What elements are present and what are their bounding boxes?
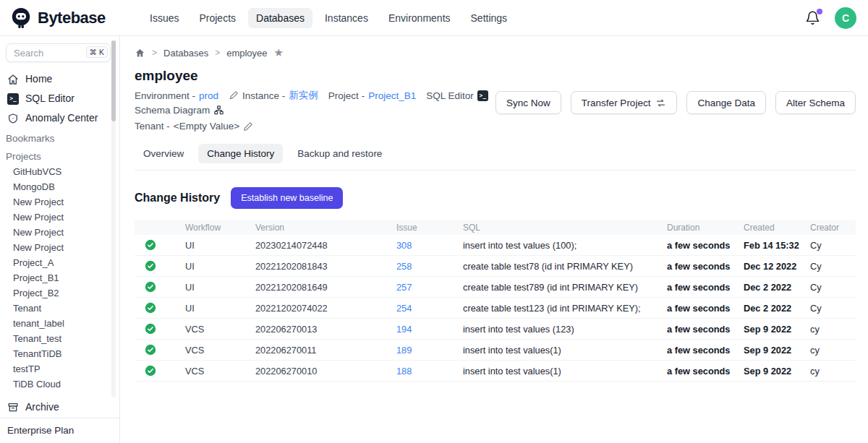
created-cell: Dec 12 2022 <box>744 261 810 272</box>
sidebar-scrollbar-thumb[interactable] <box>111 40 116 121</box>
issue-link[interactable]: 257 <box>396 282 412 293</box>
sql-cell: create table test789 (id int PRIMARY KEY… <box>463 282 667 293</box>
sidebar-project-list: GitHubVCS MongoDB New Project New Projec… <box>0 164 119 392</box>
workflow-cell: UI <box>185 282 255 293</box>
main-nav: Issues Projects Databases Instances Envi… <box>142 8 515 28</box>
transfer-arrows-icon <box>655 98 666 108</box>
creator-cell: cy <box>810 345 856 356</box>
project-link[interactable]: Project_B1 <box>368 90 416 101</box>
change-history-row[interactable]: UI 20221202081649 257 create table test7… <box>135 277 856 298</box>
database-meta: Environment - prod Instance - 新实例 P <box>135 89 495 137</box>
sidebar-item-archive[interactable]: Archive <box>0 397 119 417</box>
sidebar-project-item[interactable]: GitHubVCS <box>0 164 119 179</box>
sidebar-project-item[interactable]: New Project <box>0 210 119 225</box>
column-header: Issue <box>396 223 463 233</box>
nav-item-instances[interactable]: Instances <box>317 8 376 28</box>
sidebar-item-home[interactable]: Home <box>0 69 119 89</box>
change-history-row[interactable]: VCS 202206270013 194 insert into test va… <box>135 319 856 340</box>
sql-cell: insert into test values(1) <box>463 366 667 377</box>
alter-schema-button[interactable]: Alter Schema <box>775 91 856 114</box>
sync-now-button[interactable]: Sync Now <box>495 91 561 114</box>
sidebar-project-item[interactable]: MongoDB <box>0 179 119 194</box>
sidebar-project-item[interactable]: Project_B1 <box>0 270 119 285</box>
column-header: Creator <box>810 223 856 233</box>
duration-cell: a few seconds <box>667 282 744 293</box>
environment-link[interactable]: prod <box>199 90 218 101</box>
tab-overview[interactable]: Overview <box>135 144 192 163</box>
nav-item-projects[interactable]: Projects <box>191 8 244 28</box>
change-data-button[interactable]: Change Data <box>686 91 766 114</box>
change-history-header: Change History Establish new baseline <box>135 187 856 209</box>
sidebar-project-item[interactable]: TiDB Cloud <box>0 377 119 392</box>
schema-diagram-icon[interactable] <box>213 105 224 116</box>
sidebar-project-item[interactable]: Project_B2 <box>0 285 119 301</box>
change-history-row[interactable]: VCS 202206270010 188 insert into test va… <box>135 361 856 382</box>
sql-cell: insert into test values (123) <box>463 324 667 335</box>
sidebar-project-item[interactable]: Tenant <box>0 301 119 316</box>
version-cell: 20221202081843 <box>255 261 396 272</box>
instance-link[interactable]: 新实例 <box>289 89 318 102</box>
nav-item-issues[interactable]: Issues <box>142 8 187 28</box>
issue-link[interactable]: 308 <box>396 240 412 251</box>
change-history-table: Workflow Version Issue SQL Duration Crea… <box>135 220 856 382</box>
sidebar-project-item[interactable]: tenant_label <box>0 316 119 331</box>
breadcrumb-home-icon[interactable] <box>135 48 145 59</box>
establish-baseline-button[interactable]: Establish new baseline <box>231 187 343 209</box>
sidebar-project-item[interactable]: testTP <box>0 361 119 377</box>
issue-link[interactable]: 188 <box>396 366 412 377</box>
sidebar-project-item[interactable]: Project_A <box>0 255 119 270</box>
engine-icon <box>229 90 239 100</box>
sidebar-project-item[interactable]: New Project <box>0 240 119 255</box>
change-history-row[interactable]: UI 20221202081843 258 create table test7… <box>135 256 856 277</box>
edit-pencil-icon[interactable] <box>243 121 253 132</box>
breadcrumb-employee[interactable]: employee <box>226 48 267 59</box>
sidebar-item-sql-editor[interactable]: >_ SQL Editor <box>0 89 119 108</box>
issue-link[interactable]: 189 <box>396 345 412 356</box>
notification-bell-icon[interactable] <box>805 10 820 26</box>
issue-link[interactable]: 194 <box>396 324 412 335</box>
brand-name: Bytebase <box>38 9 106 27</box>
workflow-cell: UI <box>185 303 255 314</box>
breadcrumb-databases[interactable]: Databases <box>163 48 208 59</box>
issue-link[interactable]: 254 <box>396 303 412 314</box>
user-avatar[interactable]: C <box>835 7 856 29</box>
brand-logo[interactable]: Bytebase <box>10 7 132 30</box>
issue-link[interactable]: 258 <box>396 261 412 272</box>
bookmark-star-icon[interactable]: ★ <box>274 48 284 58</box>
schema-diagram-label: Schema Diagram <box>135 105 210 116</box>
topbar-right: C <box>805 7 856 29</box>
nav-item-environments[interactable]: Environments <box>380 8 459 28</box>
creator-cell: Cy <box>810 240 856 251</box>
breadcrumb: > Databases > employee ★ <box>135 46 856 60</box>
plan-footer[interactable]: Enterprise Plan <box>0 418 119 443</box>
breadcrumb-separator: > <box>152 48 157 58</box>
change-history-row[interactable]: UI 20221202074022 254 create table test1… <box>135 298 856 319</box>
sidebar-project-item[interactable]: Tenant_test <box>0 331 119 346</box>
sidebar-item-anomaly-center[interactable]: Anomaly Center <box>0 108 119 128</box>
nav-item-databases[interactable]: Databases <box>248 8 312 28</box>
creator-cell: cy <box>810 324 856 335</box>
sidebar-project-item[interactable]: New Project <box>0 225 119 240</box>
nav-item-settings[interactable]: Settings <box>463 8 516 28</box>
success-status-icon <box>145 281 156 293</box>
instance-label: Instance - <box>242 90 285 101</box>
change-history-row[interactable]: VCS 202206270011 189 insert into test va… <box>135 340 856 361</box>
created-cell: Sep 9 2022 <box>744 345 810 356</box>
workflow-cell: VCS <box>185 366 255 377</box>
tab-change-history[interactable]: Change History <box>198 144 283 163</box>
sidebar-project-item[interactable]: New Project <box>0 194 119 210</box>
sql-editor-icon[interactable]: >_ <box>477 90 488 101</box>
sidebar-item-label: Anomaly Center <box>25 112 98 124</box>
sql-cell: insert into test values(1) <box>463 345 667 356</box>
transfer-project-button[interactable]: Transfer Project <box>571 91 678 114</box>
tab-backup-restore[interactable]: Backup and restore <box>289 144 391 163</box>
version-cell: 202206270011 <box>255 345 396 356</box>
success-status-icon <box>145 365 156 377</box>
sql-cell: create table test123 (id int PRIMARY KEY… <box>463 303 667 314</box>
sidebar-item-label: Archive <box>25 401 59 413</box>
change-history-row[interactable]: UI 20230214072448 308 insert into test v… <box>135 235 856 256</box>
breadcrumb-separator: > <box>215 48 220 58</box>
bookmarks-section-label: Bookmarks <box>0 128 119 146</box>
sidebar-project-item[interactable]: TenantTiDB <box>0 346 119 361</box>
column-header: Duration <box>667 223 744 233</box>
